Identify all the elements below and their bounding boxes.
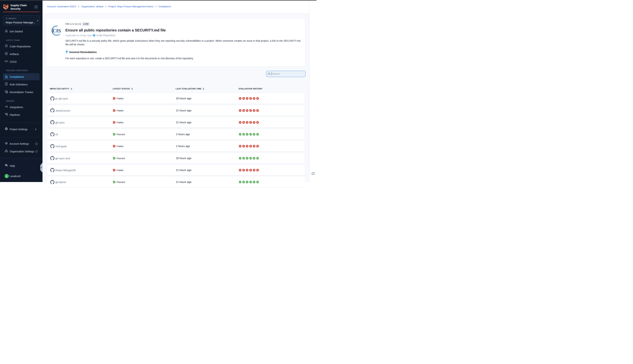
- svg-text:CIS: CIS: [53, 28, 61, 34]
